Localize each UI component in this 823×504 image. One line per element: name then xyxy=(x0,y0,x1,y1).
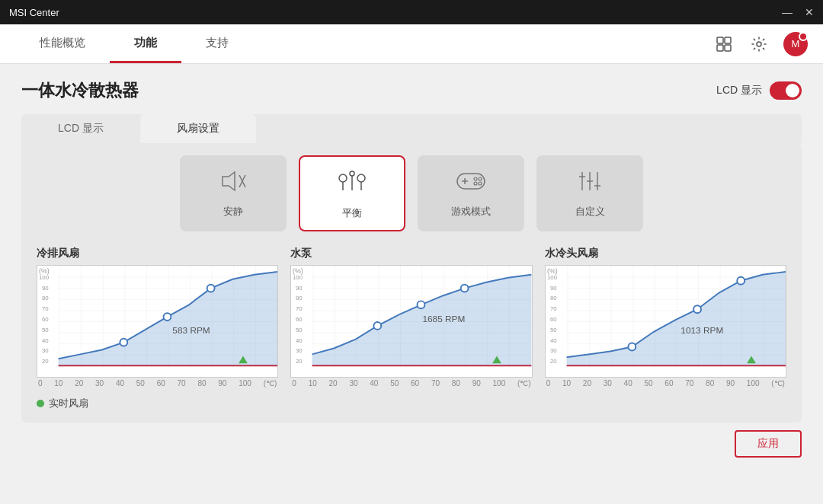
svg-text:100: 100 xyxy=(39,274,50,281)
realtime-fan-row: 实时风扇 xyxy=(37,397,786,410)
app-title: MSI Center xyxy=(9,7,59,18)
tab-func[interactable]: 功能 xyxy=(110,24,181,63)
nav-bar: 性能概览 功能 支持 M xyxy=(0,24,823,64)
svg-rect-3 xyxy=(725,45,731,51)
window-controls: — ✕ xyxy=(782,6,814,18)
svg-text:90: 90 xyxy=(296,285,303,292)
svg-text:70: 70 xyxy=(42,305,49,312)
nav-icons: M xyxy=(713,24,808,63)
svg-point-62 xyxy=(461,285,469,292)
svg-rect-0 xyxy=(717,37,723,43)
page-title: 一体水冷散热器 xyxy=(21,79,139,102)
svg-point-4 xyxy=(757,42,761,46)
avatar[interactable]: M xyxy=(783,32,808,56)
sub-tabs: LCD 显示 风扇设置 xyxy=(21,114,802,143)
silent-icon xyxy=(218,169,248,199)
svg-point-10 xyxy=(350,171,354,176)
chart-pump-area[interactable]: (%) 100 90 80 70 60 50 40 30 20 xyxy=(290,265,532,378)
mode-card-custom[interactable]: 自定义 xyxy=(536,155,643,231)
chart-waterhead-fan-x-axis: 010203040 5060708090 100(℃) xyxy=(545,379,786,388)
svg-text:40: 40 xyxy=(550,337,557,344)
chart-pump-title: 水泵 xyxy=(290,247,532,260)
svg-text:50: 50 xyxy=(550,327,557,333)
svg-text:1685 RPM: 1685 RPM xyxy=(423,314,466,324)
chart-pump: 水泵 (%) 100 90 80 70 xyxy=(290,247,532,388)
realtime-fan-label: 实时风扇 xyxy=(49,397,88,410)
svg-point-8 xyxy=(339,174,347,182)
svg-text:40: 40 xyxy=(42,337,49,344)
svg-text:40: 40 xyxy=(296,337,303,344)
page-header: 一体水冷散热器 LCD 显示 xyxy=(21,79,802,102)
svg-rect-2 xyxy=(717,45,723,51)
chart-waterhead-fan: 水冷头风扇 (%) 100 90 80 7 xyxy=(545,247,786,388)
svg-point-20 xyxy=(479,182,482,185)
silent-label: 安静 xyxy=(223,205,243,219)
svg-point-41 xyxy=(120,339,127,346)
mode-card-game[interactable]: 游戏模式 xyxy=(418,155,524,231)
svg-text:90: 90 xyxy=(550,285,557,292)
svg-text:80: 80 xyxy=(42,295,49,301)
balance-icon xyxy=(335,167,369,200)
svg-text:20: 20 xyxy=(42,358,49,365)
svg-point-43 xyxy=(207,285,215,292)
minimize-button[interactable]: — xyxy=(782,6,793,18)
svg-text:30: 30 xyxy=(42,347,49,354)
chart-waterhead-fan-area[interactable]: (%) 100 90 80 70 60 50 40 30 20 xyxy=(545,265,786,378)
svg-text:20: 20 xyxy=(296,358,303,365)
svg-rect-14 xyxy=(457,174,485,189)
svg-point-17 xyxy=(474,177,477,180)
lcd-toggle[interactable] xyxy=(770,81,802,100)
svg-rect-1 xyxy=(725,37,731,43)
svg-text:90: 90 xyxy=(42,285,49,292)
mode-card-balance[interactable]: 平衡 xyxy=(299,155,405,231)
grid-icon[interactable] xyxy=(713,33,735,55)
custom-label: 自定义 xyxy=(575,205,605,219)
game-icon xyxy=(454,169,488,199)
svg-point-79 xyxy=(628,343,636,351)
svg-text:80: 80 xyxy=(550,295,557,301)
svg-text:583 RPM: 583 RPM xyxy=(172,325,210,336)
sub-tab-lcd[interactable]: LCD 显示 xyxy=(21,114,140,143)
chart-cold-fan: 冷排风扇 (%) 100 xyxy=(37,247,278,388)
svg-point-18 xyxy=(479,177,482,180)
gear-icon[interactable] xyxy=(748,33,770,55)
svg-text:70: 70 xyxy=(550,305,557,312)
apply-button[interactable]: 应用 xyxy=(735,430,802,458)
lcd-label: LCD 显示 xyxy=(716,84,762,97)
custom-icon xyxy=(576,169,604,199)
svg-text:80: 80 xyxy=(296,295,303,301)
svg-text:20: 20 xyxy=(550,358,557,365)
tab-support[interactable]: 支持 xyxy=(181,24,253,63)
svg-text:60: 60 xyxy=(296,316,303,323)
mode-cards: 安静 平衡 xyxy=(37,155,786,231)
svg-text:30: 30 xyxy=(296,347,303,354)
sub-tab-fan[interactable]: 风扇设置 xyxy=(140,114,256,143)
charts-section: 冷排风扇 (%) 100 xyxy=(37,247,786,388)
svg-point-42 xyxy=(164,313,171,321)
chart-pump-x-axis: 010203040 5060708090 100(℃) xyxy=(290,379,532,388)
realtime-fan-indicator xyxy=(37,400,44,407)
game-label: 游戏模式 xyxy=(451,205,491,219)
svg-point-19 xyxy=(474,182,477,185)
tab-perf[interactable]: 性能概览 xyxy=(15,24,110,63)
lcd-toggle-row: LCD 显示 xyxy=(716,81,802,100)
svg-point-80 xyxy=(693,305,701,313)
nav-tabs: 性能概览 功能 支持 xyxy=(15,24,253,63)
svg-point-9 xyxy=(357,174,365,182)
chart-waterhead-fan-title: 水冷头风扇 xyxy=(545,247,786,260)
main-content: 一体水冷散热器 LCD 显示 LCD 显示 风扇设置 安静 xyxy=(0,64,823,504)
chart-cold-fan-title: 冷排风扇 xyxy=(37,247,278,260)
main-panel: 安静 平衡 xyxy=(21,143,802,423)
svg-text:50: 50 xyxy=(296,327,303,333)
svg-text:1013 RPM: 1013 RPM xyxy=(680,325,723,336)
chart-cold-fan-area[interactable]: (%) 100 90 80 70 60 50 40 30 20 xyxy=(37,265,278,378)
svg-text:60: 60 xyxy=(550,316,557,323)
chart-cold-fan-x-axis: 010203040 5060708090 100(℃) xyxy=(37,379,278,388)
svg-marker-5 xyxy=(223,172,235,190)
svg-text:100: 100 xyxy=(547,274,558,281)
titlebar: MSI Center — ✕ xyxy=(0,0,823,24)
close-button[interactable]: ✕ xyxy=(805,6,814,18)
svg-point-81 xyxy=(737,277,745,285)
mode-card-silent[interactable]: 安静 xyxy=(180,155,287,231)
svg-text:100: 100 xyxy=(293,274,303,281)
